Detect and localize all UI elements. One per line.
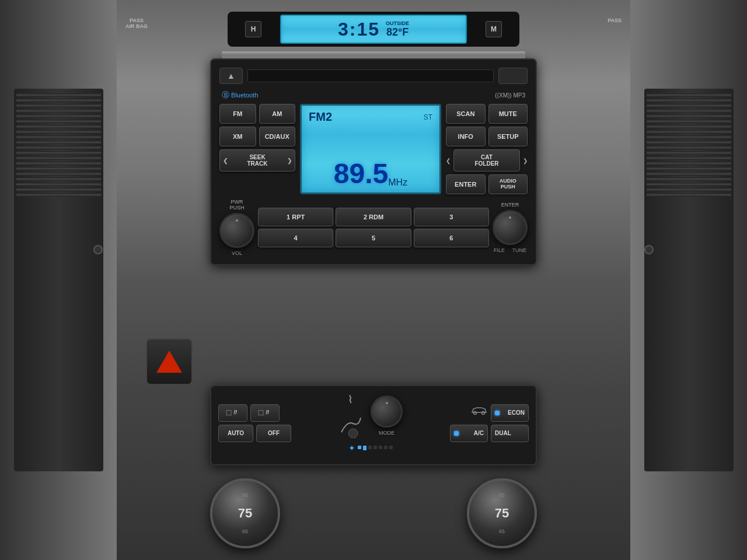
mode-fan-bottom (315, 502, 432, 548)
econ-car-icon (470, 404, 488, 416)
vent-slat (16, 162, 101, 165)
ac-button[interactable]: A/C (450, 425, 488, 442)
info-button[interactable]: INFO (446, 127, 486, 146)
m-button[interactable]: M (486, 21, 502, 37)
fm-button[interactable]: FM (219, 104, 256, 124)
mode-knob[interactable] (371, 396, 403, 428)
ac-dual-row: A/C DUAL (450, 425, 529, 442)
audio-push-button[interactable]: AUDIOPUSH (488, 174, 528, 194)
scan-button[interactable]: SCAN (446, 104, 486, 124)
xm-button[interactable]: XM (219, 127, 256, 146)
display-frequency: 89.5 (334, 160, 388, 188)
vent-slat (16, 156, 101, 160)
right-function-buttons: SCAN MUTE INFO SETUP ❮ CATFOLDER ❯ (446, 104, 528, 194)
preset-5-button[interactable]: 5 (336, 229, 411, 247)
cat-folder-button[interactable]: CATFOLDER (453, 149, 520, 172)
tune-knob[interactable] (493, 210, 528, 245)
vent-slat (647, 114, 731, 118)
cat-folder-row: ❮ CATFOLDER ❯ (446, 149, 528, 172)
econ-row: ECON (470, 404, 529, 422)
svg-point-1 (474, 411, 477, 414)
display-top-row: FM2 ST (309, 110, 432, 124)
bluetooth-label: Ⓑ Bluetooth (222, 90, 259, 100)
audio-knob-area: ENTER FILE TUNE (493, 202, 528, 253)
vent-slat (16, 172, 101, 176)
right-temp-dial[interactable]: 85 75 65 (467, 478, 537, 548)
vent-slat (16, 193, 101, 197)
vent-slat (647, 93, 731, 97)
mute-button[interactable]: MUTE (488, 104, 528, 124)
rear-defrost-button[interactable]: □〃 (218, 404, 247, 422)
left-temp-high: 85 (242, 492, 248, 498)
vent-slat (16, 151, 101, 155)
eject-button[interactable]: ▲ (219, 68, 243, 84)
preset-6-button[interactable]: 6 (414, 229, 489, 247)
enter-button[interactable]: ENTER (446, 174, 486, 194)
cd-aux-button[interactable]: CD/AUX (259, 127, 296, 146)
climate-center-row: ⌇ MODE (338, 393, 403, 438)
enter-label: ENTER (501, 202, 519, 208)
preset-3-button[interactable]: 3 (414, 208, 489, 226)
setup-button[interactable]: SETUP (488, 127, 528, 146)
fm-am-row: FM AM (219, 104, 295, 124)
h-button[interactable]: H (245, 21, 261, 37)
bottom-controls-row: PWRPUSH VOL 1 RPT 2 RDM 3 4 5 6 (219, 199, 528, 256)
airflow-diagram (338, 409, 362, 438)
silver-trim (222, 51, 525, 58)
preset-2-button[interactable]: 2 RDM (336, 208, 411, 226)
volume-knob[interactable] (219, 213, 254, 248)
hazard-button[interactable] (146, 338, 193, 385)
vent-knob-right[interactable] (644, 245, 654, 254)
auto-off-row: AUTO OFF (218, 425, 291, 442)
vent-slat (647, 99, 731, 102)
fan-bar-1 (358, 446, 361, 449)
scan-mute-row: SCAN MUTE (446, 104, 528, 124)
xm-cdaux-row: XM CD/AUX (219, 127, 295, 146)
vent-knob-left[interactable] (93, 245, 103, 254)
vent-slat (16, 188, 101, 191)
bt-xm-row: Ⓑ Bluetooth ((XM)) MP3 (219, 90, 528, 100)
display-stereo: ST (424, 113, 432, 121)
front-defrost-button[interactable]: □〃 (250, 404, 280, 422)
vent-slat (647, 146, 731, 149)
left-vent (0, 0, 117, 560)
auto-button[interactable]: AUTO (218, 425, 253, 442)
source-buttons: FM AM XM CD/AUX ❮ ❯ SEEKTRACK (219, 104, 295, 194)
vent-slat (647, 193, 731, 197)
vent-slat (647, 120, 731, 123)
preset-1-button[interactable]: 1 RPT (258, 208, 333, 226)
cd-button-right[interactable] (498, 68, 528, 84)
off-button[interactable]: OFF (256, 425, 291, 442)
center-console: PASSAIR BAG PASS H 3:15 OUTSIDE 82°F M (117, 0, 630, 560)
seek-arrow-left: ❮ (223, 158, 228, 164)
vent-slat (647, 188, 731, 191)
left-temp-dial[interactable]: 85 75 65 (210, 478, 280, 548)
heated-seat-icon: ⌇ (348, 393, 353, 406)
vent-slat (16, 125, 101, 128)
fan-bar-3 (368, 446, 372, 449)
vent-slat (16, 183, 101, 186)
car-center-console: PASSAIR BAG PASS H 3:15 OUTSIDE 82°F M (0, 0, 747, 560)
temp-dials-row: 85 75 65 85 75 65 (210, 478, 537, 548)
preset-4-button[interactable]: 4 (258, 229, 333, 247)
seek-track-button[interactable]: ❮ ❯ SEEKTRACK (219, 149, 295, 172)
econ-button[interactable]: ECON (491, 404, 529, 422)
vent-slat (16, 167, 101, 170)
cd-slot-row: ▲ (219, 68, 528, 84)
am-button[interactable]: AM (259, 104, 296, 124)
pwr-label: PWRPUSH (229, 199, 244, 211)
seek-arrow-right: ❯ (287, 158, 292, 164)
knob-indicator (236, 219, 238, 222)
dual-button[interactable]: DUAL (491, 425, 529, 442)
clock-time: 3:15 (338, 19, 380, 40)
presets-grid: 1 RPT 2 RDM 3 4 5 6 (258, 208, 489, 247)
cat-arrow-left: ❮ (446, 158, 451, 164)
fan-bar-6 (384, 446, 388, 449)
right-vent (630, 0, 747, 560)
vent-slat (647, 109, 731, 113)
fan-speed-bars (358, 446, 393, 450)
top-info-bar: H 3:15 OUTSIDE 82°F M (228, 12, 519, 47)
enter-audio-row: ENTER AUDIOPUSH (446, 174, 528, 194)
right-temp-value: 75 (495, 506, 509, 521)
mode-knob-area: MODE (371, 396, 403, 436)
